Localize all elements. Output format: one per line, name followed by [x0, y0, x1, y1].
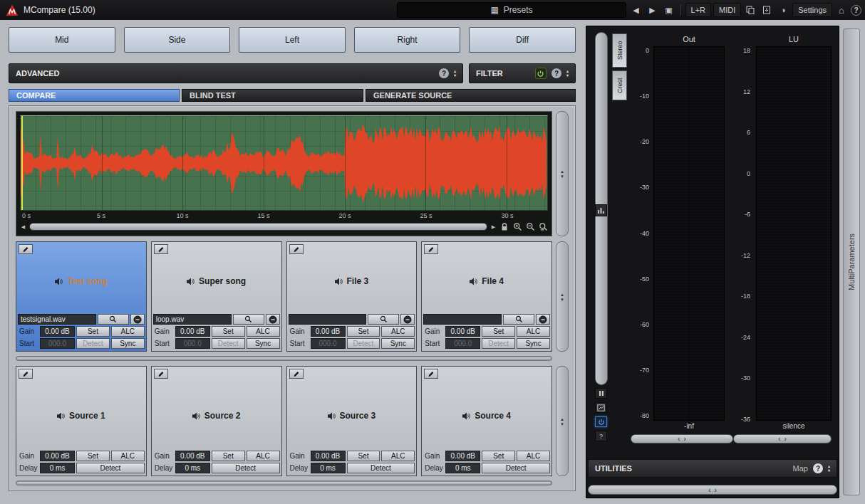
- set-button[interactable]: Set: [76, 326, 110, 337]
- out-meter-fader[interactable]: ‹ ›: [631, 434, 733, 443]
- start-value[interactable]: 000.0: [40, 338, 75, 349]
- edit-icon[interactable]: [19, 244, 33, 254]
- gain-value[interactable]: 0.00 dB: [311, 451, 346, 461]
- help-icon[interactable]: ?: [851, 5, 861, 16]
- paste-settings-icon[interactable]: [760, 3, 774, 17]
- filter-power-icon[interactable]: [535, 68, 547, 79]
- edit-icon[interactable]: [154, 369, 168, 379]
- alc-button[interactable]: ALC: [381, 451, 415, 461]
- scroll-up-icon[interactable]: ▴: [561, 292, 564, 297]
- map-button[interactable]: Map: [793, 464, 808, 473]
- source-slot-2[interactable]: Source 2 Gain 0.00 dB Set ALC Delay 0 ms: [151, 366, 282, 476]
- meter-power-icon[interactable]: [595, 416, 607, 427]
- channel-left-button[interactable]: Left: [239, 27, 346, 53]
- start-value[interactable]: 000.0: [311, 338, 346, 349]
- browse-file-button[interactable]: [233, 314, 264, 325]
- file-path-input[interactable]: [18, 314, 96, 325]
- playhead-cursor[interactable]: [21, 116, 23, 210]
- gain-value[interactable]: 0.00 dB: [445, 451, 480, 461]
- alc-button[interactable]: ALC: [111, 451, 145, 461]
- spinner-down-icon[interactable]: ▾: [566, 73, 569, 78]
- browse-file-button[interactable]: [503, 314, 534, 325]
- utilities-help-icon[interactable]: ?: [813, 463, 823, 473]
- scroll-down-icon[interactable]: ▾: [561, 297, 564, 302]
- gain-value[interactable]: 0.00 dB: [311, 326, 346, 337]
- set-button[interactable]: Set: [347, 451, 380, 461]
- browse-file-button[interactable]: [98, 314, 129, 325]
- tab-blind-test[interactable]: BLIND TEST: [182, 89, 363, 102]
- source-row-scroll[interactable]: ▴ ▾: [556, 366, 569, 476]
- delay-value[interactable]: 0 ms: [445, 463, 480, 473]
- sync-button[interactable]: Sync: [381, 338, 415, 349]
- graph-window-icon[interactable]: [595, 402, 607, 413]
- fader-right-icon[interactable]: ›: [784, 436, 787, 443]
- alc-button[interactable]: ALC: [381, 326, 415, 337]
- file-path-input[interactable]: [153, 314, 232, 325]
- gain-value[interactable]: 0.00 dB: [40, 451, 75, 461]
- scroll-left-icon[interactable]: ‹: [708, 486, 710, 494]
- snapshot-icon[interactable]: ▣: [662, 3, 676, 17]
- channel-mode-button[interactable]: L+R: [685, 3, 712, 17]
- tab-compare[interactable]: COMPARE: [9, 89, 180, 102]
- scrollbar-thumb[interactable]: [17, 357, 551, 359]
- remove-file-button[interactable]: [130, 314, 145, 325]
- detect-button[interactable]: Detect: [212, 338, 245, 349]
- filter-spinner[interactable]: ▴ ▾: [566, 69, 569, 78]
- presets-button[interactable]: ▦ Presets: [397, 2, 626, 18]
- zoom-out-icon[interactable]: [525, 222, 535, 231]
- delay-value[interactable]: 0 ms: [175, 463, 210, 473]
- start-value[interactable]: 000.0: [445, 338, 480, 349]
- set-button[interactable]: Set: [482, 326, 515, 337]
- start-value[interactable]: 000.0: [175, 338, 210, 349]
- source-row-hscrollbar[interactable]: [16, 481, 552, 485]
- scrollbar-thumb[interactable]: [30, 224, 487, 230]
- source-slot-3[interactable]: Source 3 Gain 0.00 dB Set ALC Delay 0 ms: [286, 366, 418, 476]
- utilities-spinner[interactable]: ▴ ▾: [828, 464, 830, 473]
- pause-icon[interactable]: [595, 388, 607, 399]
- alc-button[interactable]: ALC: [247, 451, 280, 461]
- scroll-down-icon[interactable]: ▾: [561, 421, 564, 426]
- waveform-scrollbar[interactable]: [29, 223, 487, 231]
- set-button[interactable]: Set: [212, 326, 245, 337]
- zoom-down-icon[interactable]: ▾: [561, 174, 564, 179]
- filter-help-icon[interactable]: ?: [551, 68, 561, 78]
- next-preset-icon[interactable]: ▶: [646, 3, 660, 17]
- scroll-left-icon[interactable]: ◀: [20, 224, 26, 230]
- zoom-fit-icon[interactable]: [538, 222, 548, 231]
- lu-meter-fader[interactable]: ‹ ›: [733, 434, 832, 443]
- remove-file-button[interactable]: [536, 314, 550, 325]
- gain-value[interactable]: 0.00 dB: [445, 326, 480, 337]
- spinner-down-icon[interactable]: ▾: [828, 468, 830, 473]
- waveform-display[interactable]: [20, 115, 548, 211]
- channel-side-button[interactable]: Side: [124, 27, 231, 53]
- meter-panel-hscrollbar[interactable]: ‹ ›: [588, 485, 837, 495]
- gain-value[interactable]: 0.00 dB: [40, 326, 75, 337]
- alc-button[interactable]: ALC: [247, 326, 280, 337]
- edit-icon[interactable]: [19, 369, 33, 379]
- detect-button[interactable]: Detect: [76, 463, 145, 473]
- meter-help-icon[interactable]: ?: [595, 431, 607, 441]
- melda-logo[interactable]: [6, 4, 19, 16]
- lu-meter[interactable]: [756, 46, 832, 421]
- slot-row-hscrollbar[interactable]: [16, 356, 552, 361]
- scroll-up-icon[interactable]: ▴: [561, 416, 564, 421]
- channel-diff-button[interactable]: Diff: [469, 27, 576, 53]
- set-button[interactable]: Set: [76, 451, 110, 461]
- channel-right-button[interactable]: Right: [354, 27, 461, 53]
- scroll-right-icon[interactable]: ▶: [490, 224, 497, 230]
- source-slot-4[interactable]: Source 4 Gain 0.00 dB Set ALC Delay 0 ms: [421, 366, 552, 476]
- fader-left-icon[interactable]: ‹: [778, 436, 780, 443]
- slot-row-scroll[interactable]: ▴ ▾: [556, 241, 569, 352]
- edit-icon[interactable]: [424, 369, 438, 379]
- file-path-input[interactable]: [423, 314, 502, 325]
- comparison-slot-2[interactable]: Super song Gain: [151, 241, 282, 352]
- comparison-slot-4[interactable]: File 4 Gain: [421, 241, 552, 352]
- alc-button[interactable]: ALC: [517, 326, 550, 337]
- copy-settings-icon[interactable]: [743, 3, 757, 17]
- scroll-right-icon[interactable]: ›: [715, 486, 717, 494]
- midi-button[interactable]: MIDI: [713, 3, 741, 17]
- waveform-vertical-zoom[interactable]: ▴ ▾: [556, 111, 569, 236]
- advanced-spinner[interactable]: ▴ ▾: [454, 69, 456, 78]
- set-button[interactable]: Set: [482, 451, 515, 461]
- edit-icon[interactable]: [154, 244, 168, 254]
